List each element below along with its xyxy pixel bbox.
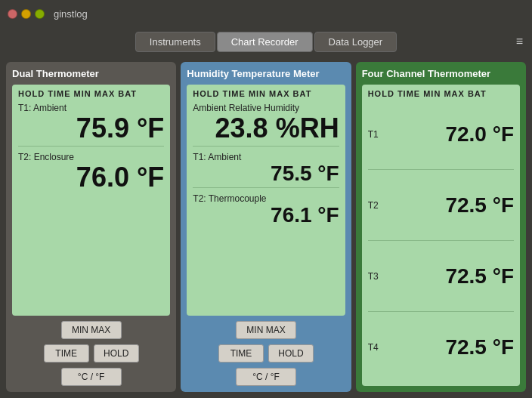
four-ch4-reading: 72.5 °F (445, 335, 514, 359)
four-div3 (368, 311, 514, 312)
four-ch3-row: T3 72.5 °F (368, 242, 514, 310)
tab-data-logger[interactable]: Data Logger (314, 32, 397, 52)
traffic-lights (8, 9, 45, 19)
humidity-hold-button[interactable]: HOLD (268, 344, 314, 363)
humidity-display-header: HOLD TIME MIN MAX BAT (193, 89, 339, 98)
humidity-time-button[interactable]: TIME (218, 344, 264, 363)
humidity-minmax-button[interactable]: MIN MAX (236, 321, 296, 339)
four-ch3-reading: 72.5 °F (445, 264, 514, 288)
humidity-meter-panel: Humidity Temperature Meter HOLD TIME MIN… (181, 62, 351, 392)
humidity-minmax-row: MIN MAX (187, 321, 345, 339)
divider (18, 146, 164, 147)
four-ch4-row: T4 72.5 °F (368, 313, 514, 381)
menu-icon[interactable]: ≡ (516, 35, 523, 48)
maximize-button[interactable] (35, 9, 45, 19)
dual-time-hold-row: TIME HOLD (12, 344, 170, 363)
four-ch1-reading: 72.0 °F (445, 122, 514, 147)
dual-hold-button[interactable]: HOLD (94, 344, 139, 363)
dual-t1-reading: 75.9 °F (18, 113, 164, 143)
dual-thermometer-panel: Dual Thermometer HOLD TIME MIN MAX BAT T… (6, 62, 176, 392)
humidity-t2-label: T2: Thermocouple (193, 193, 339, 204)
dual-minmax-button[interactable]: MIN MAX (61, 321, 122, 339)
dual-t2-label: T2: Enclosure (18, 152, 164, 162)
four-div1 (368, 169, 514, 170)
four-ch1-label: T1 (368, 129, 383, 140)
dual-thermometer-title: Dual Thermometer (12, 68, 170, 79)
four-ch4-label: T4 (368, 342, 383, 353)
humidity-meter-title: Humidity Temperature Meter (187, 68, 345, 79)
humidity-t2-reading: 76.1 °F (193, 204, 339, 227)
dual-minmax-row: MIN MAX (12, 321, 170, 339)
four-ch2-reading: 72.5 °F (445, 193, 514, 218)
titlebar: ginstlog (0, 0, 532, 27)
dual-thermometer-display: HOLD TIME MIN MAX BAT T1: Ambient 75.9 °… (12, 85, 170, 316)
app-title: ginstlog (54, 8, 88, 20)
four-div2 (368, 240, 514, 241)
four-channel-title: Four Channel Thermometer (362, 68, 520, 79)
dual-unit-button[interactable]: °C / °F (61, 368, 122, 386)
humidity-t1-label: T1: Ambient (193, 152, 339, 162)
four-channel-panel: Four Channel Thermometer HOLD TIME MIN M… (356, 62, 526, 392)
dual-display-header: HOLD TIME MIN MAX BAT (18, 89, 164, 98)
main-content: Dual Thermometer HOLD TIME MIN MAX BAT T… (0, 56, 532, 398)
humidity-rh-reading: 23.8 %RH (193, 113, 339, 143)
humidity-unit-button[interactable]: °C / °F (236, 368, 296, 386)
divider3 (193, 187, 339, 188)
tab-chart-recorder[interactable]: Chart Recorder (217, 32, 313, 52)
four-ch1-row: T1 72.0 °F (368, 100, 514, 168)
humidity-meter-display: HOLD TIME MIN MAX BAT Ambient Relative H… (187, 85, 345, 316)
four-channel-display: HOLD TIME MIN MAX BAT T1 72.0 °F T2 72.5… (362, 85, 520, 386)
four-ch3-label: T3 (368, 271, 383, 282)
humidity-t1-reading: 75.5 °F (193, 162, 339, 186)
tab-instruments[interactable]: Instruments (135, 32, 215, 52)
dual-t1-label: T1: Ambient (18, 103, 164, 113)
minimize-button[interactable] (21, 9, 31, 19)
four-ch2-label: T2 (368, 200, 383, 211)
dual-unit-row: °C / °F (12, 368, 170, 386)
humidity-unit-row: °C / °F (187, 368, 345, 386)
humidity-rh-label: Ambient Relative Humidity (193, 103, 339, 113)
dual-t2-reading: 76.0 °F (18, 162, 164, 193)
divider2 (193, 146, 339, 147)
menubar: Instruments Chart Recorder Data Logger ≡ (0, 27, 532, 56)
close-button[interactable] (8, 9, 17, 19)
four-ch2-row: T2 72.5 °F (368, 171, 514, 239)
four-display-header: HOLD TIME MIN MAX BAT (368, 89, 514, 98)
dual-time-button[interactable]: TIME (44, 344, 89, 363)
humidity-time-hold-row: TIME HOLD (187, 344, 345, 363)
